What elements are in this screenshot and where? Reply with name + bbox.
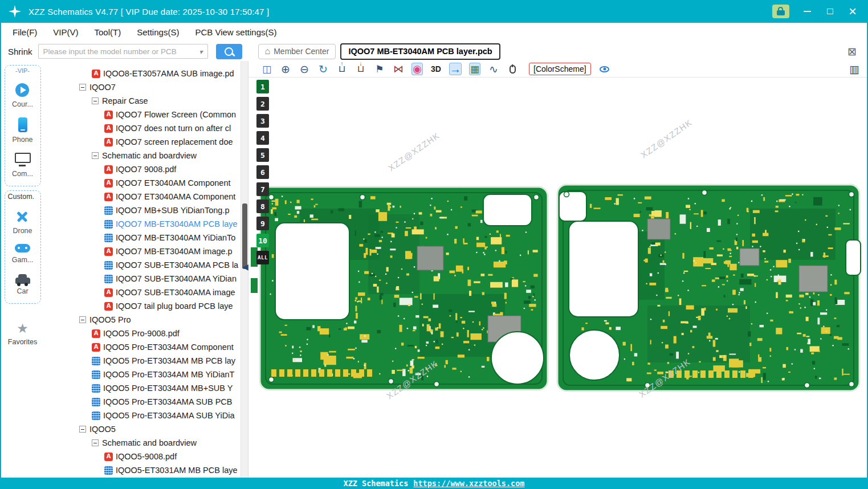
view-3d-button[interactable]: 3D <box>430 63 442 75</box>
tree-file[interactable]: IQOO7 SUB-ET3040AMA image <box>44 286 241 299</box>
tree-file[interactable]: IQOO5-ET3031AM MB PCB laye <box>44 463 241 477</box>
tree-file[interactable]: IQOO7 MB-ET3040AM YiDianTo <box>44 231 241 244</box>
sidebar-item-game[interactable]: Gam... <box>12 244 34 264</box>
tree-folder[interactable]: Schematic and boardview <box>44 436 241 450</box>
sidebar-item-label: Favorites <box>8 338 37 346</box>
move-arrow-icon[interactable] <box>449 63 462 75</box>
vip-lock-button[interactable] <box>772 5 789 18</box>
visibility-eye-icon[interactable] <box>598 63 611 75</box>
status-bar: XZZ Schematics https://www.xzztools.com <box>1 478 867 489</box>
scrollbar-thumb[interactable] <box>242 203 247 269</box>
phone-icon <box>18 117 27 132</box>
layer-button-6[interactable]: 6 <box>256 165 269 179</box>
tree-folder[interactable]: Repair Case <box>44 94 241 108</box>
layer-button-4[interactable]: 4 <box>256 131 269 145</box>
tree-file[interactable]: IQOO5-9008.pdf <box>44 450 241 463</box>
close-tab-icon[interactable] <box>847 45 857 58</box>
search-combobox[interactable]: Please input the model number or PCB <box>38 44 208 59</box>
pcb-canvas[interactable]: XZZ@XZZHKXZZ@XZZHKXZZ@XZZHKXZZ@XZZHK 123… <box>248 78 867 478</box>
layer-button-1[interactable]: 1 <box>256 80 269 93</box>
menu-item-tool[interactable]: Tool(T) <box>87 27 129 37</box>
member-center-button[interactable]: Member Center <box>258 44 336 59</box>
collapse-icon[interactable] <box>92 97 99 104</box>
layer-button-7[interactable]: 7 <box>256 182 269 196</box>
mirror-flip-icon[interactable] <box>393 63 404 75</box>
tree-file[interactable]: IQOO7 does not turn on after cl <box>44 121 241 135</box>
zoom-out-icon[interactable] <box>299 63 310 75</box>
export-board-icon[interactable] <box>336 63 348 75</box>
layer-button-10[interactable]: 10 <box>256 234 269 247</box>
menu-item-settings[interactable]: Settings(S) <box>129 27 187 37</box>
layer-button-9[interactable]: 9 <box>256 217 269 230</box>
color-scheme-button[interactable]: [ColorScheme] <box>529 63 591 75</box>
tree-folder[interactable]: Schematic and boardview <box>44 149 241 162</box>
sidebar-item-phone[interactable]: Phone <box>12 117 32 144</box>
tree-file[interactable]: IQOO7 Flower Screen (Common <box>44 108 241 121</box>
collapse-icon[interactable] <box>79 84 86 91</box>
highlight-marker-icon[interactable] <box>411 63 423 75</box>
tree-file[interactable]: IQOO7 MB-ET3040AM PCB laye <box>44 217 241 231</box>
tree-file[interactable]: IQOO7 SUB-ET3040AMA YiDian <box>44 272 241 286</box>
sidebar-item-course[interactable]: Cour... <box>12 83 33 108</box>
layer-button-all[interactable]: ALL <box>256 251 269 264</box>
pdf-file-icon <box>104 111 113 119</box>
layer-button-5[interactable]: 5 <box>256 148 269 162</box>
curve-tool-icon[interactable] <box>488 63 499 75</box>
tree-folder[interactable]: IQOO5 Pro <box>44 313 241 327</box>
sidebar-item-favorites[interactable]: Favorites <box>8 321 37 346</box>
tree-item-label: IQOO5 Pro-ET3034AM MB YiDianT <box>103 370 234 379</box>
collapse-icon[interactable] <box>92 439 99 446</box>
layer-button-8[interactable]: 8 <box>256 199 269 213</box>
menu-item-vip[interactable]: VIP(V) <box>45 27 86 37</box>
import-board-icon[interactable] <box>355 63 366 75</box>
tree-file[interactable]: IQOO7 SUB-ET3040AMA PCB la <box>44 258 241 272</box>
image-view-icon[interactable] <box>469 63 480 75</box>
tree-item-label: Repair Case <box>102 96 148 105</box>
panel-toggle-icon[interactable] <box>849 63 860 75</box>
sidebar-item-drone[interactable]: Drone <box>13 210 32 235</box>
mouse-tool-icon[interactable] <box>507 63 518 75</box>
tree-file[interactable]: IQOO7 ET3040AMA Component <box>44 190 241 203</box>
tree-file[interactable]: IQOO7 ET3040AM Component <box>44 176 241 190</box>
maximize-button[interactable] <box>825 6 835 17</box>
tree-file[interactable]: IQOO8-ET3057AMA SUB image.pd <box>44 67 241 80</box>
tree-file[interactable]: IQOO5 Pro-ET3034AM MB YiDianT <box>44 368 241 381</box>
tree-item-label: IQOO5 Pro-ET3034AM MB PCB lay <box>103 356 235 365</box>
tree-file[interactable]: IQOO7 screen replacement doe <box>44 135 241 149</box>
tree-file[interactable]: IQOO5 Pro-ET3034AMA SUB PCB <box>44 395 241 409</box>
pcb-file-icon <box>92 357 100 365</box>
chevron-down-icon[interactable] <box>199 46 203 56</box>
flag-marker-icon[interactable] <box>374 63 385 75</box>
tree-file[interactable]: IQOO5 Pro-ET3034AM Component <box>44 340 241 354</box>
shrink-button[interactable]: Shrink <box>8 47 32 56</box>
menu-item-file[interactable]: File(F) <box>5 27 45 37</box>
sidebar-item-computer[interactable]: Com... <box>12 153 33 178</box>
layer-button-3[interactable]: 3 <box>256 114 269 128</box>
collapse-panel-button[interactable] <box>242 262 248 272</box>
tree-file[interactable]: IQOO5 Pro-ET3034AM MB PCB lay <box>44 354 241 368</box>
search-button[interactable] <box>216 44 242 59</box>
minimize-button[interactable] <box>802 6 812 17</box>
tree-file[interactable]: IQOO7 tail plug board PCB laye <box>44 299 241 313</box>
tree-file[interactable]: IQOO5 Pro-9008.pdf <box>44 327 241 340</box>
tree-file[interactable]: IQOO5 Pro-ET3034AMA SUB YiDia <box>44 409 241 422</box>
tree-file[interactable]: IQOO7 9008.pdf <box>44 162 241 176</box>
pcb-file-icon <box>104 206 113 215</box>
collapse-icon[interactable] <box>92 152 99 159</box>
tree-folder[interactable]: IQOO5 <box>44 422 241 436</box>
sidebar-item-car[interactable]: Car <box>15 273 30 295</box>
tab-pcb-file[interactable]: IQOO7 MB-ET3040AM PCB layer.pcb <box>340 43 500 60</box>
tree-file[interactable]: IQOO5 Pro-ET3034AM MB+SUB Y <box>44 381 241 395</box>
statusbar-url-link[interactable]: https://www.xzztools.com <box>413 479 524 488</box>
close-button[interactable] <box>847 6 858 17</box>
tree-folder[interactable]: IQOO7 <box>44 80 241 94</box>
zoom-in-icon[interactable] <box>280 63 291 75</box>
tree-file[interactable]: IQOO7 MB+SUB YiDianTong.p <box>44 203 241 217</box>
collapse-icon[interactable] <box>79 426 86 433</box>
tree-file[interactable]: IQOO7 MB-ET3040AM image.p <box>44 244 241 258</box>
menu-item-pcb-view-settings[interactable]: PCB View settings(S) <box>187 27 284 37</box>
rotate-icon[interactable] <box>317 63 329 75</box>
layer-button-2[interactable]: 2 <box>256 97 269 111</box>
split-view-icon[interactable] <box>261 63 272 75</box>
collapse-icon[interactable] <box>79 316 86 323</box>
